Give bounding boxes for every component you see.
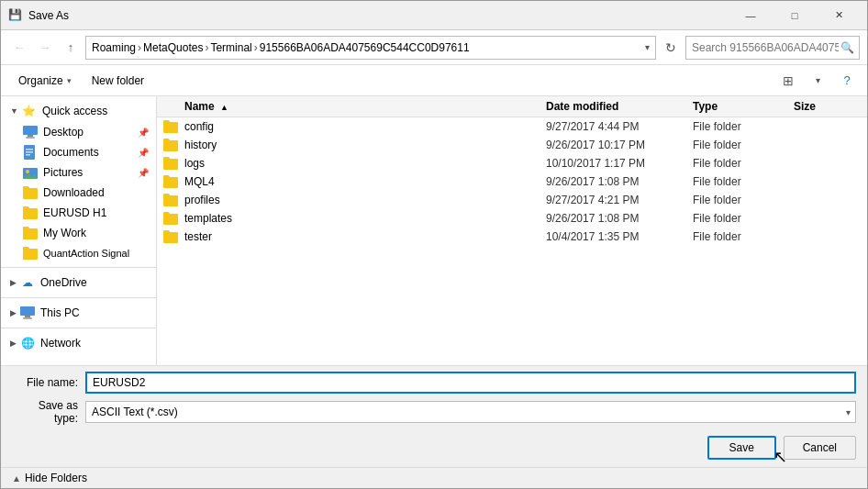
table-row[interactable]: templates 9/26/2017 1:08 PM File folder: [157, 209, 867, 228]
search-wrapper: 🔍: [685, 36, 860, 60]
svg-rect-1: [28, 135, 33, 137]
sidebar-section-quick-access[interactable]: ▼ ⭐ Quick access: [1, 100, 156, 122]
path-terminal: Terminal: [210, 41, 251, 54]
onedrive-icon: ☁: [20, 275, 35, 290]
table-row[interactable]: MQL4 9/26/2017 1:08 PM File folder: [157, 172, 867, 191]
table-row[interactable]: history 9/26/2017 10:17 PM File folder: [157, 136, 867, 154]
file-name-cell: profiles: [184, 194, 546, 206]
save-button-wrapper: Save ↖: [707, 436, 776, 460]
svg-rect-11: [25, 316, 30, 317]
downloaded-label: Downloaded: [43, 186, 105, 199]
quantaction-icon: [23, 246, 38, 261]
svg-rect-4: [26, 149, 33, 150]
hide-folders-chevron: ▲: [12, 473, 21, 483]
table-row[interactable]: tester 10/4/2017 1:35 PM File folder: [157, 228, 867, 246]
refresh-button[interactable]: ↻: [660, 37, 682, 59]
documents-pin-icon: 📌: [138, 148, 149, 158]
save-type-select[interactable]: ASCII Text (*.csv): [85, 401, 856, 423]
new-folder-button[interactable]: New folder: [82, 68, 154, 94]
file-name-cell: logs: [184, 157, 546, 170]
close-button[interactable]: ✕: [818, 3, 860, 28]
file-name-input[interactable]: [85, 372, 856, 394]
sidebar-item-onedrive[interactable]: ▶ ☁ OneDrive: [1, 272, 156, 294]
file-date-cell: 9/26/2017 10:17 PM: [546, 139, 693, 151]
thispc-chevron: ▶: [10, 308, 17, 317]
sidebar-item-quantaction[interactable]: QuantAction Signal: [1, 243, 156, 263]
pictures-label: Pictures: [43, 166, 83, 179]
sidebar-item-mywork[interactable]: My Work: [1, 223, 156, 243]
col-header-size[interactable]: Size: [794, 100, 867, 113]
sidebar-item-downloaded[interactable]: Downloaded: [1, 183, 156, 203]
file-date-cell: 10/4/2017 1:35 PM: [546, 230, 693, 243]
file-date-cell: 10/10/2017 1:17 PM: [546, 157, 693, 170]
path-dropdown-arrow[interactable]: ▾: [645, 42, 650, 52]
hide-folders-row: ▲ Hide Folders: [1, 467, 867, 488]
sidebar-item-thispc[interactable]: ▶ This PC: [1, 302, 156, 324]
col-header-type[interactable]: Type: [693, 100, 794, 113]
file-name-label: File name:: [12, 376, 85, 389]
organize-button[interactable]: Organize ▾: [8, 68, 82, 94]
cancel-button[interactable]: Cancel: [784, 436, 856, 460]
folder-icon: [157, 157, 184, 170]
folder-icon: [157, 230, 184, 243]
svg-rect-10: [20, 306, 35, 316]
svg-rect-2: [26, 137, 35, 139]
up-button[interactable]: ↑: [60, 37, 82, 59]
view-options-button[interactable]: ⊞: [775, 68, 801, 94]
quick-access-icon: ⭐: [22, 104, 37, 118]
file-date-cell: 9/26/2017 1:08 PM: [546, 175, 693, 188]
folder-icon: [157, 139, 184, 151]
forward-button[interactable]: →: [34, 37, 56, 59]
sidebar-item-pictures[interactable]: Pictures 📌: [1, 162, 156, 183]
new-folder-label: New folder: [92, 74, 144, 87]
save-button[interactable]: Save: [707, 436, 776, 460]
table-row[interactable]: logs 10/10/2017 1:17 PM File folder: [157, 154, 867, 172]
file-name-cell: MQL4: [184, 175, 546, 188]
toolbar-right: ⊞ ▾ ?: [775, 68, 860, 94]
sidebar-item-network[interactable]: ▶ 🌐 Network: [1, 332, 156, 354]
sidebar-divider-1: [1, 267, 156, 268]
sidebar: ▼ ⭐ Quick access Desktop 📌: [1, 96, 157, 365]
save-as-label: Save as type:: [12, 399, 85, 425]
network-label: Network: [40, 337, 81, 350]
path-metaquotes: MetaQuotes: [143, 41, 203, 54]
hide-folders-label[interactable]: Hide Folders: [25, 472, 87, 484]
file-name-row: File name:: [1, 372, 867, 394]
sidebar-divider-2: [1, 297, 156, 298]
file-type-cell: File folder: [693, 120, 794, 133]
network-chevron: ▶: [10, 339, 17, 348]
file-type-cell: File folder: [693, 157, 794, 170]
onedrive-label: OneDrive: [40, 276, 87, 289]
svg-point-8: [26, 170, 29, 173]
desktop-pin-icon: 📌: [138, 128, 149, 138]
col-header-date[interactable]: Date modified: [546, 100, 693, 113]
col-header-name[interactable]: Name ▲: [157, 100, 546, 113]
address-path[interactable]: Roaming › MetaQuotes › Terminal › 915566…: [85, 36, 656, 60]
maximize-button[interactable]: □: [773, 3, 816, 28]
quick-access-chevron: ▼: [10, 106, 18, 116]
mywork-icon: [23, 226, 38, 240]
organize-label: Organize: [18, 74, 63, 87]
folder-icon: [157, 120, 184, 133]
sidebar-item-documents[interactable]: Documents 📌: [1, 142, 156, 162]
help-button[interactable]: ?: [834, 68, 860, 94]
table-row[interactable]: config 9/27/2017 4:44 PM File folder: [157, 117, 867, 136]
minimize-button[interactable]: —: [729, 3, 772, 28]
file-list-header: Name ▲ Date modified Type Size: [157, 96, 867, 117]
bottom-bar: File name: Save as type: ASCII Text (*.c…: [1, 365, 867, 488]
desktop-icon: [23, 125, 38, 139]
file-name-cell: history: [184, 139, 546, 151]
svg-rect-0: [23, 126, 38, 135]
sidebar-item-eurusd[interactable]: EURUSD H1: [1, 203, 156, 223]
sidebar-item-desktop[interactable]: Desktop 📌: [1, 122, 156, 142]
quick-access-label: Quick access: [42, 105, 107, 117]
back-button[interactable]: ←: [8, 37, 30, 59]
save-type-wrapper: ASCII Text (*.csv) ▾: [85, 401, 856, 423]
network-icon: 🌐: [20, 336, 35, 350]
quantaction-label: QuantAction Signal: [43, 248, 129, 259]
search-input[interactable]: [685, 36, 860, 60]
table-row[interactable]: profiles 9/27/2017 4:21 PM File folder: [157, 191, 867, 209]
view-dropdown-button[interactable]: ▾: [805, 68, 830, 94]
main-content: ▼ ⭐ Quick access Desktop 📌: [1, 96, 867, 365]
svg-rect-12: [23, 317, 32, 319]
